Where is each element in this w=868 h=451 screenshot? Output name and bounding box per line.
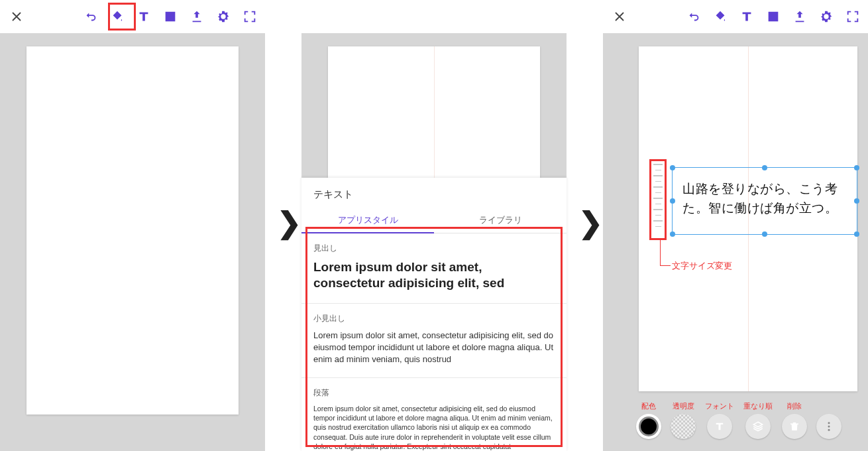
- upload-icon[interactable]: [792, 9, 807, 24]
- color-swatch-icon: [639, 417, 659, 436]
- svg-point-2: [828, 429, 830, 431]
- top-toolbar: [603, 0, 868, 33]
- upload-icon[interactable]: [190, 9, 204, 24]
- highlight-style-list: [305, 227, 563, 447]
- highlight-text-tool: [108, 3, 136, 31]
- undo-icon[interactable]: [686, 9, 701, 24]
- sheet-title: テキスト: [301, 178, 567, 208]
- action-font[interactable]: フォント: [705, 401, 734, 439]
- blank-canvas[interactable]: [27, 46, 239, 415]
- undo-icon[interactable]: [83, 9, 98, 24]
- trash-icon: [782, 414, 807, 439]
- action-label: 削除: [787, 401, 802, 411]
- opacity-icon: [671, 414, 696, 439]
- text-line: 山路を登りながら、こう考: [682, 182, 838, 196]
- settings-icon[interactable]: [216, 9, 231, 24]
- text-line: た。智に働けば角が立つ。: [682, 201, 838, 215]
- callout-line: [660, 265, 671, 266]
- canvas-preview: [328, 46, 540, 186]
- fullscreen-icon[interactable]: [243, 9, 257, 24]
- center-guide: [434, 46, 435, 186]
- text-action-bar: 配色 透明度 フォント 重なり順 削除 more: [636, 401, 861, 439]
- sequence-arrow: ❯: [578, 206, 603, 239]
- sequence-arrow: ❯: [277, 206, 301, 239]
- highlight-size-slider: [649, 159, 667, 240]
- text-icon[interactable]: [739, 9, 754, 24]
- action-label: 配色: [641, 401, 656, 411]
- top-toolbar: [301, 0, 567, 33]
- close-icon[interactable]: [612, 9, 627, 24]
- action-color[interactable]: 配色: [636, 401, 661, 439]
- more-icon: [816, 414, 841, 439]
- action-more[interactable]: more: [816, 403, 841, 439]
- image-icon[interactable]: [163, 9, 178, 24]
- text-icon[interactable]: [136, 9, 151, 24]
- action-order[interactable]: 重なり順: [743, 401, 773, 439]
- action-opacity[interactable]: 透明度: [671, 401, 696, 439]
- fullscreen-icon[interactable]: [845, 9, 860, 24]
- screenshot-panel-2: テキスト アプリスタイル ライブラリ 見出し Lorem ipsum dolor…: [301, 0, 567, 451]
- action-delete[interactable]: 削除: [782, 401, 807, 439]
- layers-icon: [745, 414, 771, 439]
- action-label: 透明度: [673, 401, 694, 411]
- settings-icon[interactable]: [819, 9, 834, 24]
- svg-point-0: [828, 422, 830, 424]
- action-label: 重なり順: [743, 401, 773, 411]
- text-icon: [707, 414, 732, 439]
- fill-icon[interactable]: [713, 9, 728, 24]
- close-icon[interactable]: [9, 9, 24, 24]
- callout-label: 文字サイズ変更: [672, 260, 732, 272]
- text-content[interactable]: 山路を登りながら、こう考 た。智に働けば角が立つ。: [682, 179, 868, 218]
- svg-point-1: [828, 426, 830, 428]
- callout-line: [660, 239, 661, 265]
- image-icon[interactable]: [766, 9, 781, 24]
- screenshot-panel-3: 文字サイズ変更 山路を登りながら、こう考 た。智に働けば角が立つ。 配色 透明度…: [603, 0, 868, 451]
- screenshot-panel-1: [0, 0, 265, 451]
- action-label: フォント: [705, 401, 734, 411]
